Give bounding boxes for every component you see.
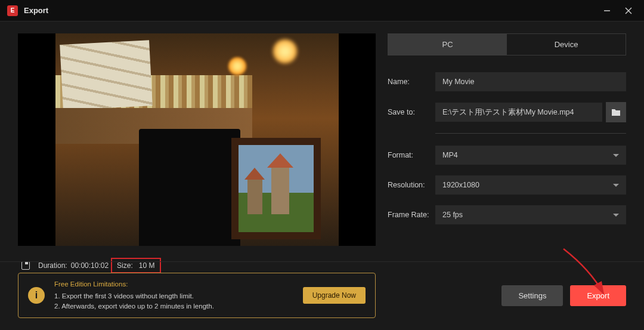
limitation-notice: i Free Edition Limitations: 1. Export th… (18, 273, 376, 318)
framerate-label: Frame Rate: (388, 211, 435, 219)
window-controls (599, 2, 637, 19)
chevron-down-icon (613, 214, 619, 217)
folder-icon (611, 108, 621, 116)
info-icon: i (28, 287, 45, 304)
format-value: MP4 (442, 151, 458, 159)
limitation-line-1: 1. Export the first 3 videos without len… (54, 291, 293, 301)
limitation-title: Free Edition Limitations: (54, 279, 293, 289)
resolution-value: 1920x1080 (442, 181, 479, 189)
window-title: Export (24, 6, 599, 15)
resolution-label: Resolution: (388, 181, 435, 189)
export-button[interactable]: Export (570, 285, 626, 306)
close-button[interactable] (620, 2, 637, 19)
video-preview (18, 33, 376, 246)
upgrade-button[interactable]: Upgrade Now (303, 287, 366, 304)
settings-button[interactable]: Settings (501, 285, 563, 306)
browse-button[interactable] (606, 102, 626, 122)
format-label: Format: (388, 151, 435, 159)
titlebar: E Export (0, 0, 644, 21)
tab-pc[interactable]: PC (388, 34, 507, 55)
app-icon: E (7, 5, 18, 16)
framerate-select[interactable]: 25 fps (435, 205, 626, 224)
format-select[interactable]: MP4 (435, 146, 626, 165)
saveto-input[interactable] (435, 103, 602, 122)
chevron-down-icon (613, 184, 619, 187)
resolution-select[interactable]: 1920x1080 (435, 175, 626, 195)
name-label: Name: (388, 78, 435, 86)
divider (435, 133, 626, 134)
limitation-line-2: 2. Afterwards, export video up to 2 minu… (54, 301, 293, 312)
output-tabs: PC Device (388, 33, 626, 55)
saveto-label: Save to: (388, 108, 435, 116)
framerate-value: 25 fps (442, 211, 463, 219)
minimize-button[interactable] (599, 2, 615, 19)
tab-device[interactable]: Device (507, 34, 626, 55)
chevron-down-icon (613, 154, 619, 157)
name-input[interactable] (435, 72, 626, 91)
